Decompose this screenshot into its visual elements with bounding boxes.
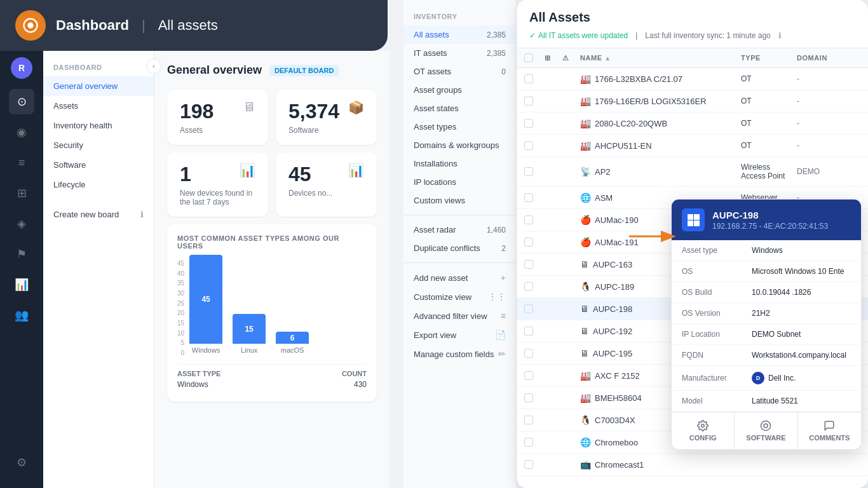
row-checkbox[interactable] bbox=[524, 393, 533, 402]
stat-cards-row2: 📊 1 New devices found in the last 7 days… bbox=[167, 152, 377, 217]
detail-ip: 192.168.2.75 - 4E:AC:20:52:41:53 bbox=[712, 222, 828, 231]
inv-item-asset-radar[interactable]: Asset radar 1,460 bbox=[403, 220, 516, 239]
bar-linux: 15 Linux bbox=[233, 314, 266, 354]
inv-item-it-assets[interactable]: IT assets 2,385 bbox=[403, 44, 516, 62]
row-checkbox[interactable] bbox=[524, 460, 533, 469]
sidebar-icon-list[interactable]: ≡ bbox=[9, 150, 34, 175]
row-checkbox[interactable] bbox=[524, 371, 533, 380]
inv-action-manage-fields[interactable]: Manage custom fields ✏ bbox=[403, 344, 516, 363]
table-row[interactable]: 🏭AHCPU511-EN OT - bbox=[517, 135, 868, 157]
nav-item-inventory-health[interactable]: Inventory health bbox=[43, 116, 154, 135]
app-logo bbox=[15, 10, 46, 41]
edit-icon: ✏ bbox=[498, 349, 506, 359]
svg-point-9 bbox=[764, 424, 768, 428]
detail-tab-comments[interactable]: COMMENTS bbox=[798, 412, 861, 449]
row-checkbox[interactable] bbox=[524, 215, 533, 224]
inv-item-installations[interactable]: Installations bbox=[403, 154, 516, 173]
nav-item-security[interactable]: Security bbox=[43, 135, 154, 155]
nav-item-software[interactable]: Software bbox=[43, 155, 154, 175]
inv-item-ip-locations[interactable]: IP locations bbox=[403, 173, 516, 191]
row-name: AHCPU511-EN bbox=[595, 141, 652, 151]
detail-row-ip-location: IP Location DEMO Subnet bbox=[672, 324, 861, 345]
chart-row-type: Windows bbox=[177, 380, 208, 389]
svg-point-7 bbox=[702, 424, 705, 428]
inv-action-customize[interactable]: Customize view ⋮⋮ bbox=[403, 287, 516, 306]
row-checkbox[interactable] bbox=[524, 193, 533, 202]
row-icon: 🌐 bbox=[580, 193, 591, 203]
inv-action-add[interactable]: Add new asset + bbox=[403, 268, 516, 287]
row-checkbox[interactable] bbox=[524, 416, 533, 424]
inv-item-asset-groups[interactable]: Asset groups bbox=[403, 81, 516, 99]
detail-row-fqdn: FQDN Workstation4.company.local bbox=[672, 345, 861, 366]
row-checkbox[interactable] bbox=[524, 349, 533, 358]
inv-item-asset-states[interactable]: Asset states bbox=[403, 99, 516, 118]
table-row[interactable]: 🏭1766-L32BXBA C/21.07 OT - bbox=[517, 68, 868, 90]
table-row[interactable]: 📡AP2 Wireless Access Point DEMO bbox=[517, 157, 868, 187]
detail-tab-software[interactable]: SOFTWARE bbox=[735, 412, 797, 449]
row-checkbox[interactable] bbox=[524, 304, 533, 313]
inv-divider bbox=[403, 215, 516, 215]
svg-rect-6 bbox=[694, 220, 700, 226]
row-checkbox[interactable] bbox=[524, 260, 533, 269]
avatar[interactable]: R bbox=[11, 57, 32, 79]
windows-icon bbox=[682, 208, 705, 231]
sidebar-icon-flag[interactable]: ⚑ bbox=[9, 241, 34, 267]
table-row[interactable]: 🏭2080-LC20-20QWB OT - bbox=[517, 112, 868, 135]
detail-tab-config[interactable]: CONFIG bbox=[672, 412, 735, 449]
sidebar: R ⊙ ◉ ≡ ⊞ ◈ ⚑ 📊 👥 ⚙ bbox=[0, 0, 43, 488]
inv-item-ot-assets[interactable]: OT assets 0 bbox=[403, 62, 516, 81]
collapse-nav-button[interactable]: ‹ bbox=[146, 58, 161, 74]
row-checkbox[interactable] bbox=[524, 438, 533, 447]
table-header: ⊞ ⚠ NAME ▲ TYPE DOMAIN bbox=[517, 48, 868, 68]
row-checkbox[interactable] bbox=[524, 282, 533, 291]
row-checkbox[interactable] bbox=[524, 119, 533, 128]
nav-item-lifecycle[interactable]: Lifecycle bbox=[43, 175, 154, 194]
inv-divider2 bbox=[403, 262, 516, 263]
inv-item-asset-types[interactable]: Asset types bbox=[403, 118, 516, 136]
sidebar-icon-settings[interactable]: ⚙ bbox=[9, 450, 34, 475]
inv-item-duplicate-conflicts[interactable]: Duplicate conflicts 2 bbox=[403, 239, 516, 257]
inventory-sidebar: INVENTORY All assets 2,385 IT assets 2,3… bbox=[403, 0, 517, 488]
nav-panel: ‹ DASHBOARD General overview Assets Inve… bbox=[43, 51, 154, 488]
nav-item-general-overview[interactable]: General overview bbox=[43, 76, 154, 96]
status-divider: | bbox=[635, 31, 637, 40]
inv-item-domains[interactable]: Domains & workgroups bbox=[403, 136, 516, 154]
sidebar-icon-assets[interactable]: ◉ bbox=[9, 119, 34, 145]
select-all-checkbox[interactable] bbox=[524, 53, 533, 62]
sidebar-icon-grid[interactable]: ⊞ bbox=[9, 180, 34, 206]
sidebar-icon-analytics[interactable]: 📊 bbox=[9, 272, 34, 297]
inv-item-all-assets[interactable]: All assets 2,385 bbox=[403, 25, 516, 44]
sidebar-icon-dashboard[interactable]: ⊙ bbox=[9, 89, 34, 114]
new-devices-icon: 📊 bbox=[240, 163, 255, 178]
sidebar-icon-security[interactable]: ◈ bbox=[9, 211, 34, 236]
svg-rect-5 bbox=[688, 220, 693, 226]
row-type: Wireless Access Point bbox=[741, 163, 792, 180]
row-checkbox[interactable] bbox=[524, 238, 533, 247]
create-new-board[interactable]: Create new board ℹ bbox=[43, 205, 154, 224]
row-checkbox[interactable] bbox=[524, 74, 533, 83]
nav-item-assets[interactable]: Assets bbox=[43, 96, 154, 116]
row-icon: 🖥 bbox=[580, 326, 589, 336]
bar-windows-bar: 45 bbox=[189, 255, 222, 344]
inv-action-filter[interactable]: Advanced filter view ≡ bbox=[403, 306, 516, 325]
stat-card-new-devices: 📊 1 New devices found in the last 7 days bbox=[167, 152, 268, 217]
row-name: C7003D4X bbox=[595, 416, 635, 425]
table-row[interactable]: 📺Chromecast1 bbox=[517, 454, 868, 476]
col-alert-icon: ⚠ bbox=[562, 54, 575, 62]
stat-card-assets: 🖥 198 Assets bbox=[167, 90, 268, 145]
export-icon: 📄 bbox=[495, 330, 506, 340]
col-monitor-icon: ⊞ bbox=[545, 54, 557, 62]
stat-cards-row1: 🖥 198 Assets 📦 5,374 Software bbox=[167, 90, 377, 145]
sidebar-icon-users[interactable]: 👥 bbox=[9, 302, 34, 328]
row-checkbox[interactable] bbox=[524, 141, 533, 150]
row-checkbox[interactable] bbox=[524, 327, 533, 336]
inv-item-custom-views[interactable]: Custom views bbox=[403, 191, 516, 210]
table-row[interactable]: 🏭1769-L16ER/B LOGIX5316ER OT - bbox=[517, 90, 868, 112]
software-label: Software bbox=[288, 126, 364, 135]
dell-icon: D bbox=[752, 372, 764, 384]
row-icon: 🌐 bbox=[580, 437, 591, 447]
inv-action-export[interactable]: Export view 📄 bbox=[403, 325, 516, 344]
row-checkbox[interactable] bbox=[524, 97, 533, 105]
col-name-header[interactable]: NAME ▲ bbox=[580, 54, 736, 62]
row-checkbox[interactable] bbox=[524, 167, 533, 176]
